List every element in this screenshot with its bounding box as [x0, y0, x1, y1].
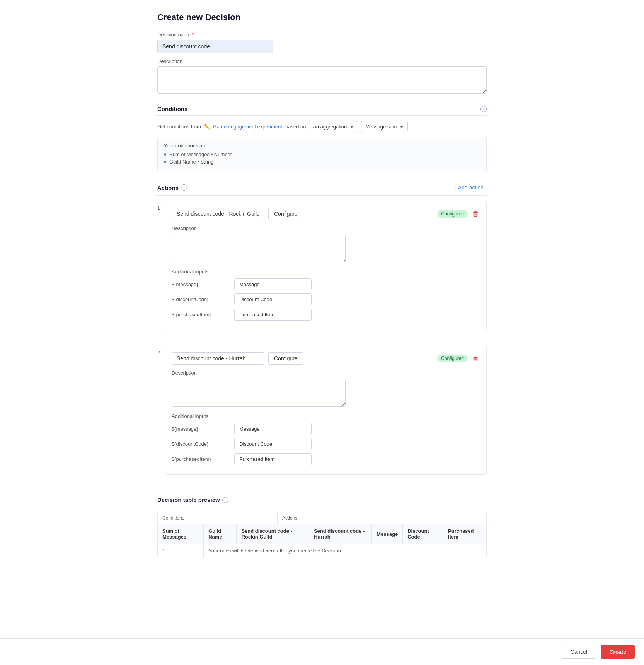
- action-2-name-input[interactable]: [172, 352, 264, 365]
- condition-label-2: Guild Name • String: [169, 159, 213, 165]
- condition-item-1: Sum of Messages • Number: [164, 152, 480, 157]
- action-1-delete-button[interactable]: [471, 209, 480, 218]
- description-textarea[interactable]: [157, 66, 487, 94]
- th-discount-code: Discount Code: [403, 524, 443, 544]
- td-row-number: 1: [158, 544, 204, 558]
- action-2-field-1[interactable]: [234, 423, 312, 435]
- aggregation-select[interactable]: an aggregation: [309, 121, 358, 132]
- action-1-description-textarea[interactable]: [172, 235, 346, 262]
- conditions-group-header: Conditions: [158, 512, 278, 524]
- action-1-configure-button[interactable]: Configure: [268, 208, 303, 220]
- decision-name-label: Decision name *: [157, 32, 487, 38]
- action-1-input-row-3: ${purchasedItem}: [172, 309, 480, 321]
- create-button[interactable]: Create: [601, 645, 635, 659]
- based-on-label: based on: [285, 124, 306, 130]
- trash-icon-2: [472, 355, 479, 361]
- th-purchased-item: Purchased Item: [443, 524, 486, 544]
- trash-icon-1: [472, 211, 479, 217]
- metric-select[interactable]: Message sum: [361, 121, 408, 132]
- action-2-field-2[interactable]: [234, 438, 312, 450]
- decision-name-input[interactable]: Send discount code: [157, 40, 273, 53]
- action-1-field-1[interactable]: [234, 278, 312, 290]
- action-2-var-2: ${discountCode}: [172, 441, 230, 447]
- conditions-box: Your conditions are: Sum of Messages • N…: [157, 137, 487, 172]
- footer-bar: Cancel Create: [0, 638, 644, 665]
- action-2-delete-button[interactable]: [471, 354, 480, 363]
- action-1-field-2[interactable]: [234, 293, 312, 305]
- table-header-row: Sum of Messages Guild Name Send discount…: [158, 524, 486, 544]
- action-2-description-textarea[interactable]: [172, 380, 346, 407]
- action-number-2: 2: [157, 350, 162, 355]
- action-1-var-1: ${message}: [172, 281, 230, 287]
- action-2-status-badge: Configured: [437, 355, 468, 362]
- th-sum-of-messages: Sum of Messages: [158, 524, 204, 544]
- action-2-input-row-1: ${message}: [172, 423, 480, 435]
- description-label: Description: [157, 58, 487, 64]
- condition-label-1: Sum of Messages • Number: [169, 152, 232, 157]
- th-action-hurrah: Send discount code - Hurrah: [309, 524, 371, 544]
- experiment-link[interactable]: Game engagement experiment: [213, 124, 282, 130]
- action-1-input-row-1: ${message}: [172, 278, 480, 290]
- conditions-box-title: Your conditions are:: [164, 143, 480, 148]
- page-title: Create new Decision: [157, 12, 487, 22]
- cancel-button[interactable]: Cancel: [562, 645, 596, 659]
- action-2-field-3[interactable]: [234, 453, 312, 465]
- action-row-1: 1 Configure Configured: [157, 201, 487, 338]
- table-group-headers: Conditions Actions: [158, 512, 486, 524]
- action-2-description-label: Description: [172, 370, 480, 376]
- svg-rect-1: [474, 211, 477, 212]
- svg-rect-7: [474, 356, 477, 357]
- action-2-additional-inputs-label: Additional inputs: [172, 413, 480, 419]
- actions-section-title: Actions: [157, 184, 179, 191]
- th-action-rockin: Send discount code - Rockin Guild: [237, 524, 309, 544]
- condition-item-2: Guild Name • String: [164, 159, 480, 165]
- action-2-input-row-2: ${discountCode}: [172, 438, 480, 450]
- action-1-field-3[interactable]: [234, 309, 312, 321]
- action-1-var-3: ${purchasedItem}: [172, 312, 230, 317]
- get-conditions-from-label: Get conditions from: [157, 124, 201, 130]
- table-preview-section: Decision table preview i Conditions Acti…: [157, 496, 487, 558]
- decision-table: Conditions Actions Sum of Messages Guild…: [157, 512, 487, 558]
- add-action-button[interactable]: + Add action: [451, 183, 487, 192]
- td-row-placeholder: Your rules will be defined here after yo…: [204, 544, 486, 558]
- th-guild-name: Guild Name: [204, 524, 237, 544]
- condition-dot-2: [164, 161, 166, 163]
- action-1-input-row-2: ${discountCode}: [172, 293, 480, 305]
- actions-group-header: Actions: [278, 512, 486, 524]
- action-2-configure-button[interactable]: Configure: [268, 352, 303, 365]
- action-1-name-input[interactable]: [172, 208, 264, 220]
- conditions-info-icon[interactable]: i: [480, 106, 487, 112]
- action-number-1: 1: [157, 205, 162, 211]
- table-preview-info-icon[interactable]: i: [222, 497, 228, 503]
- experiment-edit-icon: ✏️: [204, 124, 210, 130]
- conditions-section-title: Conditions: [157, 106, 187, 112]
- action-1-var-2: ${discountCode}: [172, 297, 230, 302]
- table-preview-title: Decision table preview: [157, 496, 220, 503]
- th-message: Message: [372, 524, 403, 544]
- action-2-var-1: ${message}: [172, 426, 230, 432]
- action-row-2: 2 Configure Configured: [157, 346, 487, 483]
- table-row: 1 Your rules will be defined here after …: [158, 544, 486, 558]
- actions-info-icon[interactable]: i: [181, 184, 187, 191]
- action-2-var-3: ${purchasedItem}: [172, 456, 230, 462]
- action-1-status-badge: Configured: [437, 210, 468, 218]
- condition-dot-1: [164, 153, 166, 156]
- action-1-description-label: Description: [172, 225, 480, 231]
- action-1-additional-inputs-label: Additional inputs: [172, 269, 480, 275]
- action-2-input-row-3: ${purchasedItem}: [172, 453, 480, 465]
